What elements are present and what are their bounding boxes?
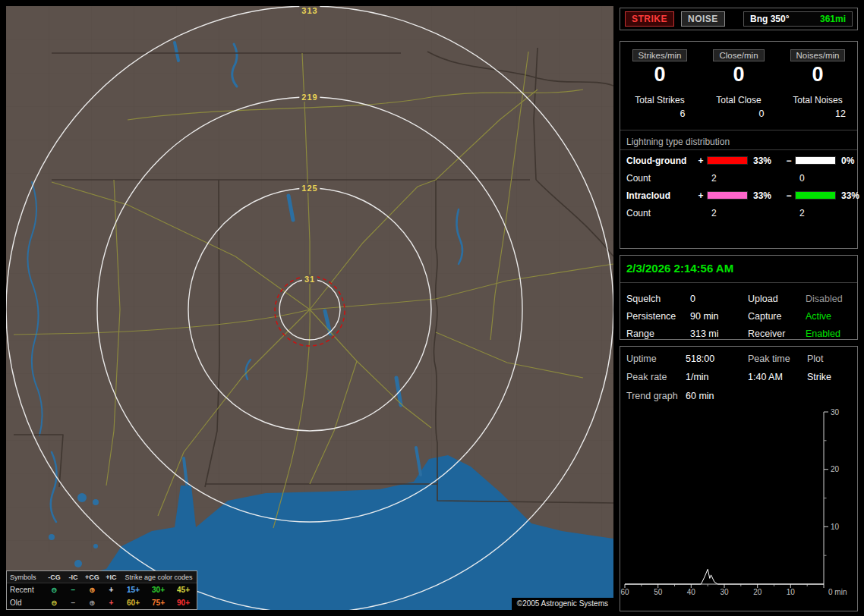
circle-plus-icon: ⊕: [83, 599, 102, 607]
x-tick-10: 10: [787, 588, 796, 596]
age-30: 30+: [146, 586, 171, 594]
legend-col-pic: +IC: [102, 574, 121, 581]
y-tick-10: 10: [831, 523, 840, 531]
receiver-status: Enabled: [806, 328, 851, 339]
y-tick-20: 20: [831, 465, 840, 473]
bearing-readout: Bng 350° 361mi: [743, 11, 853, 27]
cloud-ground-count-row: Count 2 0: [620, 173, 857, 184]
legend-symbols-header: Symbols: [7, 574, 45, 581]
range-ring-label: 125: [299, 184, 320, 193]
total-close-value: 0: [722, 108, 801, 119]
plot-label: Plot: [807, 354, 851, 364]
plus-sign: +: [695, 190, 707, 201]
x-tick-60: 60: [620, 588, 629, 596]
legend-col--cg: -CG: [45, 574, 64, 581]
y-tick-30: 30: [831, 408, 840, 416]
y-major-ticks: [824, 412, 828, 526]
plus-ic-color-bar: [707, 191, 748, 200]
plus-sign: +: [695, 156, 707, 166]
plus-icon: +: [102, 586, 121, 594]
minus-icon: −: [64, 599, 83, 607]
strikes-per-min-value: 0: [620, 64, 699, 86]
intracloud-count-row: Count 2 2: [620, 208, 857, 218]
range-label: Range: [626, 328, 690, 339]
capture-label: Capture: [748, 311, 806, 322]
persistence-value: 90 min: [690, 311, 748, 322]
plus-ic-count: 2: [707, 208, 749, 218]
x-tick-50: 50: [654, 588, 663, 596]
minus-ic-count: 2: [795, 208, 837, 218]
divider: [620, 282, 857, 283]
peak-rate-value: 1/min: [686, 372, 748, 382]
x-tick-30: 30: [720, 588, 729, 596]
minus-icon: −: [64, 586, 83, 594]
noise-button[interactable]: NOISE: [681, 11, 725, 27]
trend-window-value: 60 min: [686, 391, 851, 401]
uptime-value: 518:00: [686, 354, 748, 364]
divider: [620, 130, 857, 130]
mode-toolbar: STRIKE NOISE Bng 350° 361mi: [620, 8, 858, 30]
plus-cg-count: 2: [707, 173, 749, 184]
legend-age-header: Strike age color codes: [121, 574, 197, 581]
peak-rate-label: Peak rate: [626, 372, 686, 382]
stats-panel: Strikes/min 0 Total Strikes 6 Close/min …: [620, 41, 858, 249]
range-value: 313 mi: [690, 328, 748, 339]
plot-value: Strike: [807, 372, 851, 382]
squelch-value: 0: [690, 294, 748, 304]
cloud-ground-row: Cloud-ground + 33% − 0%: [620, 156, 857, 166]
legend-row-recent: Recent ⊖ − ⊕ + 15+ 30+ 45+: [7, 583, 197, 596]
range-ring-label: 313: [299, 6, 320, 15]
intracloud-row: Intracloud + 33% − 33%: [620, 190, 857, 201]
map-view[interactable]: 313 219 125 31 Symbols -CG -IC +CG +IC S…: [6, 6, 613, 610]
peak-time-label: Peak time: [748, 354, 807, 364]
plus-icon: +: [102, 599, 121, 607]
minus-cg-percent: 0%: [837, 156, 857, 166]
total-strikes-value: 6: [643, 108, 722, 119]
upload-label: Upload: [748, 294, 806, 304]
minus-ic-color-bar: [795, 191, 836, 200]
age-60: 60+: [121, 599, 146, 607]
legend-col--ic: -IC: [64, 574, 83, 581]
capture-status: Active: [806, 311, 851, 322]
strike-legend: Symbols -CG -IC +CG +IC Strike age color…: [6, 570, 197, 610]
trend-line: [625, 569, 824, 584]
plus-ic-percent: 33%: [749, 190, 783, 201]
squelch-label: Squelch: [626, 294, 690, 304]
status-panel: 2/3/2026 2:14:56 AM Squelch 0 Upload Dis…: [620, 255, 858, 340]
y-minor-ticks: [824, 441, 827, 555]
copyright: ©2005 Astrogenic Systems: [512, 598, 613, 610]
plus-cg-color-bar: [707, 156, 748, 165]
plus-cg-percent: 33%: [749, 156, 783, 166]
age-90: 90+: [171, 599, 196, 607]
age-75: 75+: [146, 599, 171, 607]
noises-per-min-header: Noises/min: [790, 49, 846, 61]
close-per-min-value: 0: [699, 64, 778, 86]
upload-status: Disabled: [806, 294, 851, 304]
minus-ic-percent: 33%: [837, 190, 859, 201]
strike-button[interactable]: STRIKE: [625, 11, 674, 27]
side-panel: STRIKE NOISE Bng 350° 361mi Strikes/min …: [620, 0, 858, 616]
minus-sign: −: [783, 190, 795, 201]
minus-sign: −: [783, 156, 795, 166]
noises-per-min-value: 0: [778, 64, 857, 86]
age-45: 45+: [171, 586, 196, 594]
trend-graph-label: Trend graph: [626, 391, 686, 401]
total-noises-label: Total Noises: [778, 95, 857, 105]
datetime-readout: 2/3/2026 2:14:56 AM: [620, 256, 857, 280]
x-end-label: 0 min: [828, 588, 847, 596]
persistence-label: Persistence: [626, 311, 690, 322]
legend-row-old: Old ⊖ − ⊕ + 60+ 75+ 90+: [7, 596, 197, 609]
minus-cg-count: 0: [795, 173, 837, 184]
strikes-per-min-header: Strikes/min: [632, 49, 688, 61]
total-strikes-label: Total Strikes: [620, 95, 699, 105]
uptime-label: Uptime: [626, 354, 686, 364]
total-noises-value: 12: [801, 108, 864, 119]
total-close-label: Total Close: [699, 95, 778, 105]
divider: [620, 149, 857, 150]
peak-time-value: 1:40 AM: [748, 372, 807, 382]
bearing-value: 361mi: [820, 14, 846, 24]
distribution-title: Lightning type distribution: [620, 137, 857, 147]
trend-panel: Uptime 518:00 Peak time Plot Peak rate 1…: [620, 346, 858, 611]
x-tick-20: 20: [753, 588, 762, 596]
range-ring-label: 219: [299, 93, 320, 102]
